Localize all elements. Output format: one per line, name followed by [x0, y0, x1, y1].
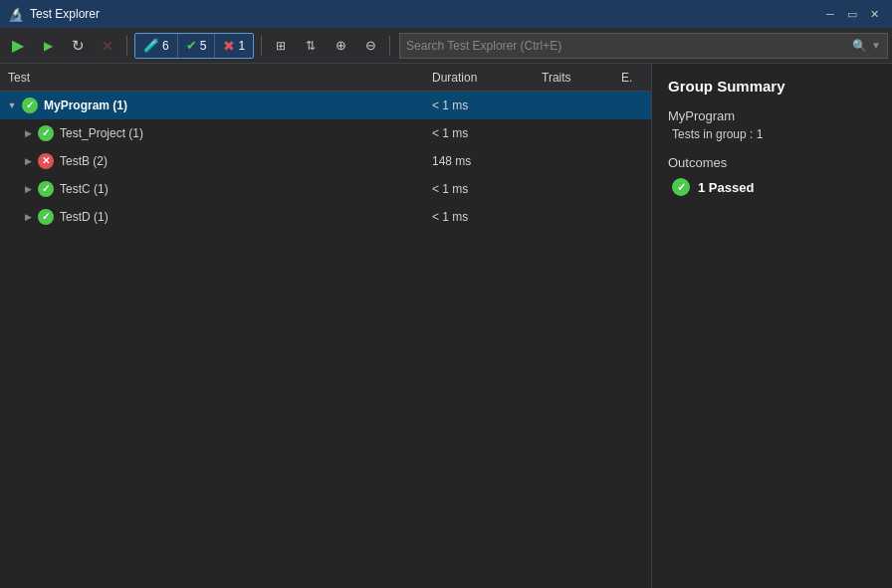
badge-fail-button[interactable]: ✖ 1 [215, 34, 253, 58]
pass-status-icon [38, 125, 54, 141]
pass-status-icon [22, 98, 38, 113]
pass-status-icon [38, 209, 54, 225]
test-duration-test-project: < 1 ms [432, 126, 542, 140]
test-duration-testd: < 1 ms [432, 210, 542, 224]
outcome-passed-label: 1 Passed [698, 180, 754, 195]
chevron-down-icon[interactable]: ▼ [871, 40, 881, 51]
close-button[interactable]: ✕ [864, 5, 884, 23]
search-icon: 🔍 [852, 39, 867, 53]
window-title: Test Explorer [30, 7, 100, 21]
title-bar-left: 🔬 Test Explorer [8, 7, 100, 22]
test-name-testd: TestD (1) [56, 210, 432, 224]
gs-program-name: MyProgram [668, 108, 876, 123]
collapse-button[interactable]: ⊖ [356, 32, 384, 60]
test-duration-myprogram: < 1 ms [432, 98, 542, 112]
col-header-e: E. [621, 71, 651, 85]
test-name-test-project: Test_Project (1) [56, 126, 432, 140]
badge-all-button[interactable]: 🧪 6 [135, 34, 178, 58]
table-row[interactable]: MyProgram (1) < 1 ms [0, 92, 651, 119]
run-button[interactable]: ▶ [34, 32, 62, 60]
separator-1 [126, 36, 127, 56]
badge-fail-count: 1 [238, 39, 245, 53]
table-row[interactable]: TestB (2) 148 ms [0, 147, 651, 175]
test-name-testc: TestC (1) [56, 182, 432, 196]
gs-tests-in-group: Tests in group : 1 [668, 127, 876, 141]
title-bar: 🔬 Test Explorer ─ ▭ ✕ [0, 0, 892, 28]
sort-button[interactable]: ⇅ [297, 32, 325, 60]
fail-icon: ✖ [223, 38, 235, 54]
search-input[interactable] [406, 39, 848, 53]
separator-3 [389, 36, 390, 56]
badge-group: 🧪 6 ✔ 5 ✖ 1 [134, 33, 254, 59]
status-icon-testc [36, 181, 56, 197]
maximize-button[interactable]: ▭ [842, 5, 862, 23]
expand-arrow-testd[interactable] [20, 212, 36, 222]
gs-outcome-row: 1 Passed [668, 178, 876, 196]
status-icon-testb [36, 153, 56, 169]
search-box: 🔍 ▼ [399, 33, 888, 59]
badge-pass-count: 5 [200, 39, 207, 53]
title-bar-controls: ─ ▭ ✕ [820, 5, 884, 23]
test-duration-testb: 148 ms [432, 154, 542, 168]
minimize-button[interactable]: ─ [820, 5, 840, 23]
test-list-panel: Test Duration Traits E. MyProg [0, 64, 652, 588]
badge-pass-button[interactable]: ✔ 5 [178, 34, 216, 58]
group-button[interactable]: ⊞ [267, 32, 295, 60]
table-row[interactable]: TestD (1) < 1 ms [0, 203, 651, 231]
col-header-traits: Traits [542, 71, 621, 85]
status-icon-test-project [36, 125, 56, 141]
outcome-pass-icon [672, 178, 690, 196]
pass-status-icon [38, 181, 54, 197]
status-icon-testd [36, 209, 56, 225]
main-area: Test Duration Traits E. MyProg [0, 64, 892, 588]
pass-icon: ✔ [186, 38, 197, 53]
app-icon: 🔬 [8, 7, 24, 22]
tests-in-group-value: 1 [757, 127, 764, 141]
badge-all-count: 6 [162, 39, 169, 53]
cancel-button[interactable]: ✕ [94, 32, 121, 60]
column-headers: Test Duration Traits E. [0, 64, 651, 92]
expand-arrow-testc[interactable] [20, 184, 36, 194]
col-header-duration: Duration [432, 71, 542, 85]
expand-button[interactable]: ⊕ [327, 32, 354, 60]
test-name-myprogram: MyProgram (1) [40, 98, 432, 112]
run-all-button[interactable]: ▶ [4, 32, 32, 60]
flask-icon: 🧪 [143, 38, 159, 53]
expand-arrow-test-project[interactable] [20, 128, 36, 138]
rerun-button[interactable]: ↻ [64, 32, 92, 60]
col-header-test: Test [8, 71, 432, 85]
expand-arrow-myprogram[interactable] [4, 100, 20, 110]
test-duration-testc: < 1 ms [432, 182, 542, 196]
status-icon-myprogram [20, 98, 40, 113]
table-row[interactable]: TestC (1) < 1 ms [0, 175, 651, 203]
tests-in-group-label: Tests in group : [672, 127, 753, 141]
test-name-testb: TestB (2) [56, 154, 432, 168]
test-rows-container: MyProgram (1) < 1 ms Test_Project (1) < … [0, 92, 651, 588]
separator-2 [261, 36, 262, 56]
fail-status-icon [38, 153, 54, 169]
gs-outcomes-title: Outcomes [668, 155, 876, 170]
group-summary-title: Group Summary [668, 78, 876, 95]
expand-arrow-testb[interactable] [20, 156, 36, 166]
group-summary-panel: Group Summary MyProgram Tests in group :… [652, 64, 892, 588]
toolbar: ▶ ▶ ↻ ✕ 🧪 6 ✔ 5 ✖ 1 ⊞ ⇅ ⊕ ⊖ 🔍 ▼ [0, 28, 892, 64]
table-row[interactable]: Test_Project (1) < 1 ms [0, 119, 651, 147]
